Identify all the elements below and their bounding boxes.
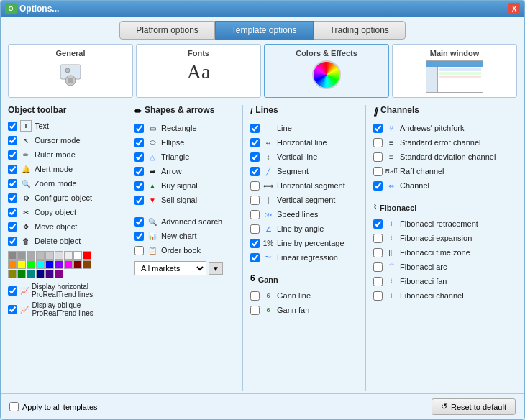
label-channel: Channel xyxy=(400,181,429,190)
item-gann-line: 6 Gann line xyxy=(250,289,358,302)
checkbox-buy-signal[interactable] xyxy=(134,181,144,191)
checkbox-fib-arc[interactable] xyxy=(373,262,383,272)
checkbox-copy[interactable] xyxy=(8,208,17,217)
checkbox-fib-fan[interactable] xyxy=(373,277,383,286)
checkbox-alert[interactable] xyxy=(8,165,17,174)
tab-template-options[interactable]: Template options xyxy=(215,21,314,40)
color-swatch[interactable] xyxy=(73,260,82,269)
checkbox-andrews[interactable] xyxy=(373,124,383,133)
color-swatch[interactable] xyxy=(45,270,54,278)
item-advanced-search: 🔍 Advanced search xyxy=(134,215,235,228)
checkbox-line-by-pct[interactable] xyxy=(250,239,260,248)
color-swatch[interactable] xyxy=(8,260,17,269)
checkbox-line[interactable] xyxy=(250,124,260,133)
color-swatch[interactable] xyxy=(36,260,45,269)
checkbox-advanced-search[interactable] xyxy=(134,217,144,227)
checkbox-text[interactable] xyxy=(8,122,17,131)
color-swatch[interactable] xyxy=(55,251,63,260)
checkbox-raff[interactable] xyxy=(373,167,383,176)
close-button[interactable]: X xyxy=(508,3,520,14)
checkbox-ellipse[interactable] xyxy=(134,138,144,147)
section-general[interactable]: General xyxy=(8,44,133,98)
checkbox-horizontal-segment[interactable] xyxy=(250,181,260,191)
tab-trading-options[interactable]: Trading options xyxy=(314,21,406,40)
label-raff: Raff channel xyxy=(400,167,444,175)
checkbox-fib-channel[interactable] xyxy=(373,291,383,301)
checkbox-fib-time-zone[interactable] xyxy=(373,248,383,257)
color-swatch[interactable] xyxy=(17,260,26,269)
checkbox-channel[interactable] xyxy=(373,181,383,191)
item-sell-signal: ▼ Sell signal xyxy=(134,193,235,206)
checkbox-std-dev[interactable] xyxy=(373,152,383,162)
main-window: O Options... X Platform options Template… xyxy=(0,0,525,420)
horizontal-line-icon: ↔ xyxy=(262,137,274,148)
move-icon: ✥ xyxy=(20,221,32,232)
checkbox-arrow[interactable] xyxy=(134,167,144,176)
checkbox-sell-signal[interactable] xyxy=(134,196,144,205)
checkbox-cursor[interactable] xyxy=(8,136,17,145)
checkbox-configure[interactable] xyxy=(8,193,17,203)
checkbox-move[interactable] xyxy=(8,222,17,232)
checkbox-horizontal-line[interactable] xyxy=(250,138,260,147)
checkbox-delete[interactable] xyxy=(8,237,17,246)
checkbox-horizontal-trend[interactable] xyxy=(8,286,17,296)
market-select[interactable]: All markets xyxy=(134,261,206,275)
checkbox-vertical-segment[interactable] xyxy=(250,196,260,205)
checkbox-std-error[interactable] xyxy=(373,138,383,147)
color-swatch[interactable] xyxy=(45,251,54,260)
checkbox-zoom[interactable] xyxy=(8,179,17,188)
window-title: Options... xyxy=(19,4,59,14)
color-swatch[interactable] xyxy=(73,251,82,260)
checkbox-segment[interactable] xyxy=(250,167,260,176)
color-swatch[interactable] xyxy=(36,270,45,278)
shapes-header-row: ✏ Shapes & arrows xyxy=(134,105,235,118)
checkbox-oblique-trend[interactable] xyxy=(8,305,17,314)
section-main-window[interactable]: Main window xyxy=(392,44,517,98)
color-swatch[interactable] xyxy=(83,260,91,269)
label-vertical-segment: Vertical segment xyxy=(277,196,335,204)
dropdown-arrow-icon[interactable]: ▼ xyxy=(209,262,223,275)
content-area: Object toolbar T Text ↖ Cursor mode ✏ Ru… xyxy=(1,102,524,393)
checkbox-fib-retracement[interactable] xyxy=(373,219,383,229)
checkbox-linear-regression[interactable] xyxy=(250,253,260,262)
item-line-by-angle: ∠ Line by angle xyxy=(250,222,358,235)
lines-icon: / xyxy=(250,106,252,117)
apply-to-all-checkbox[interactable] xyxy=(9,402,19,411)
color-swatch[interactable] xyxy=(8,270,17,278)
label-gann-line: Gann line xyxy=(277,291,311,300)
color-swatch[interactable] xyxy=(27,260,35,269)
color-swatch[interactable] xyxy=(17,251,26,260)
label-speed-lines: Speed lines xyxy=(277,210,319,219)
color-swatch[interactable] xyxy=(83,251,91,260)
checkbox-triangle[interactable] xyxy=(134,152,144,162)
checkbox-line-by-angle[interactable] xyxy=(250,224,260,234)
color-swatch[interactable] xyxy=(64,260,73,269)
color-swatch[interactable] xyxy=(27,270,35,278)
checkbox-rectangle[interactable] xyxy=(134,124,144,133)
color-swatch[interactable] xyxy=(45,260,54,269)
checkbox-vertical-line[interactable] xyxy=(250,152,260,162)
checkbox-fib-expansion[interactable] xyxy=(373,234,383,243)
checkbox-gann-line[interactable] xyxy=(250,291,260,301)
section-fonts[interactable]: Fonts Aa xyxy=(136,44,261,98)
section-colors[interactable]: Colors & Effects xyxy=(264,44,389,98)
color-swatch[interactable] xyxy=(64,251,73,260)
color-wheel-icon xyxy=(312,60,341,89)
order-book-icon: 📋 xyxy=(147,245,158,256)
checkbox-gann-fan[interactable] xyxy=(250,306,260,315)
svg-point-2 xyxy=(68,78,73,83)
color-swatch[interactable] xyxy=(8,251,17,260)
checkbox-new-chart[interactable] xyxy=(134,232,144,241)
color-swatch[interactable] xyxy=(55,270,63,278)
color-swatch[interactable] xyxy=(27,251,35,260)
checkbox-order-book[interactable] xyxy=(134,246,144,255)
color-swatch[interactable] xyxy=(36,251,45,260)
checkbox-ruler[interactable] xyxy=(8,150,17,160)
checkbox-speed-lines[interactable] xyxy=(250,210,260,219)
tab-platform-options[interactable]: Platform options xyxy=(119,21,215,40)
reset-to-default-button[interactable]: ↺ Reset to default xyxy=(432,398,516,415)
gann-header-row: 6 Gann xyxy=(250,271,358,286)
item-zoom: 🔍 Zoom mode xyxy=(8,177,119,190)
color-swatch[interactable] xyxy=(55,260,63,269)
color-swatch[interactable] xyxy=(17,270,26,278)
